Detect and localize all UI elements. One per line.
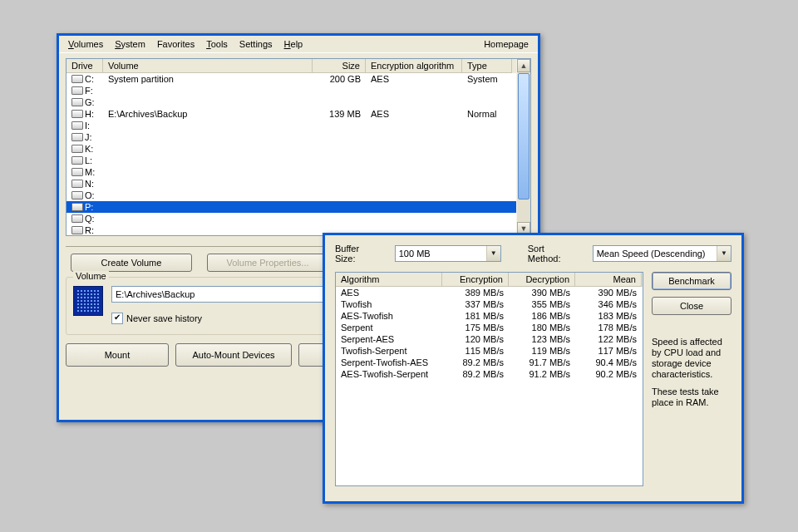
table-row[interactable]: M: (66, 166, 530, 178)
table-row[interactable]: Serpent175 MB/s180 MB/s178 MB/s (336, 322, 643, 333)
drive-icon (71, 168, 83, 176)
menu-help[interactable]: Help (278, 37, 309, 51)
volume-group-legend: Volume (73, 271, 109, 281)
table-row[interactable]: Serpent-Twofish-AES89.2 MB/s91.7 MB/s90.… (336, 357, 643, 368)
volume-path-value: E:\Archives\Backup (116, 289, 195, 299)
table-row[interactable]: AES-Twofish181 MB/s186 MB/s183 MB/s (336, 310, 643, 322)
chevron-down-icon[interactable]: ▼ (486, 246, 500, 261)
sort-method-combo[interactable]: Mean Speed (Descending) ▼ (593, 245, 732, 262)
menubar: Volumes System Favorites Tools Settings … (59, 36, 538, 53)
col-algorithm[interactable]: Algorithm (336, 273, 442, 287)
table-row[interactable]: H:E:\Archives\Backup139 MBAESNormal (66, 108, 530, 120)
buffer-size-value: 100 MB (399, 249, 431, 259)
col-mean[interactable]: Mean (575, 273, 642, 287)
col-type[interactable]: Type (462, 59, 512, 73)
table-row[interactable]: L: (66, 155, 530, 166)
sort-method-label: Sort Method: (528, 244, 579, 264)
drive-icon (71, 75, 83, 83)
benchmark-info-2: These tests take place in RAM. (652, 387, 732, 408)
col-size[interactable]: Size (313, 59, 366, 73)
scroll-up-icon[interactable]: ▲ (517, 59, 530, 72)
drive-icon (71, 121, 83, 130)
volume-properties-button[interactable]: Volume Properties... (207, 254, 328, 272)
create-volume-button[interactable]: Create Volume (71, 254, 192, 272)
benchmark-list[interactable]: Algorithm Encryption Decryption Mean AES… (335, 272, 643, 486)
drive-icon (71, 180, 83, 188)
table-row[interactable]: P: (66, 201, 530, 213)
drive-list-header: Drive Volume Size Encryption algorithm T… (66, 59, 530, 73)
table-row[interactable]: Twofish337 MB/s355 MB/s346 MB/s (336, 298, 643, 310)
col-decryption[interactable]: Decryption (509, 273, 575, 287)
never-save-history-label: Never save history (126, 313, 202, 323)
drive-list[interactable]: Drive Volume Size Encryption algorithm T… (66, 58, 531, 236)
drive-icon (71, 145, 83, 153)
menu-tools[interactable]: Tools (200, 37, 234, 51)
buffer-size-label: Buffer Size: (335, 244, 382, 264)
drive-icon (71, 191, 83, 200)
col-drive[interactable]: Drive (66, 59, 103, 73)
never-save-history-checkbox[interactable]: ✔ Never save history (111, 313, 202, 324)
col-encryption[interactable]: Encryption (442, 273, 509, 287)
benchmark-info-1: Speed is affected by CPU load and storag… (652, 337, 732, 380)
checkbox-box: ✔ (111, 313, 123, 324)
drive-icon (71, 98, 83, 106)
buffer-size-combo[interactable]: 100 MB ▼ (395, 245, 501, 262)
table-row[interactable]: AES-Twofish-Serpent89.2 MB/s91.2 MB/s90.… (336, 368, 643, 380)
menu-volumes[interactable]: Volumes (62, 37, 109, 51)
drive-icon (71, 214, 83, 223)
col-volume[interactable]: Volume (103, 59, 313, 73)
table-row[interactable]: G: (66, 96, 530, 108)
table-row[interactable]: AES389 MB/s390 MB/s390 MB/s (336, 287, 643, 298)
menu-favorites[interactable]: Favorites (151, 37, 200, 51)
mount-button[interactable]: Mount (66, 343, 169, 367)
auto-mount-button[interactable]: Auto-Mount Devices (175, 343, 292, 367)
table-row[interactable]: F: (66, 85, 530, 96)
col-encalg[interactable]: Encryption algorithm (366, 59, 462, 73)
table-row[interactable]: N: (66, 178, 530, 190)
table-row[interactable]: C:System partition200 GBAESSystem (66, 73, 530, 85)
menu-settings[interactable]: Settings (234, 37, 278, 51)
table-row[interactable]: K: (66, 143, 530, 155)
drive-icon (71, 86, 83, 95)
benchmark-dialog: Buffer Size: 100 MB ▼ Sort Method: Mean … (323, 233, 744, 504)
drive-icon (71, 203, 83, 211)
drive-icon (71, 226, 83, 234)
table-row[interactable]: I: (66, 120, 530, 131)
benchmark-button[interactable]: Benchmark (652, 272, 732, 290)
scroll-thumb[interactable] (518, 73, 530, 200)
drive-icon (71, 110, 83, 118)
table-row[interactable]: Serpent-AES120 MB/s123 MB/s122 MB/s (336, 333, 643, 345)
drive-list-scrollbar[interactable]: ▲ ▼ (516, 59, 530, 235)
menu-system[interactable]: System (109, 37, 151, 51)
volume-icon (73, 286, 103, 316)
drive-icon (71, 133, 83, 141)
sort-method-value: Mean Speed (Descending) (597, 249, 706, 259)
drive-icon (71, 156, 83, 165)
table-row[interactable]: Q: (66, 213, 530, 224)
chevron-down-icon[interactable]: ▼ (717, 246, 731, 261)
table-row[interactable]: Twofish-Serpent115 MB/s119 MB/s117 MB/s (336, 345, 643, 357)
table-row[interactable]: J: (66, 131, 530, 143)
close-button[interactable]: Close (652, 297, 732, 315)
table-row[interactable]: O: (66, 190, 530, 201)
benchmark-list-header: Algorithm Encryption Decryption Mean (336, 273, 643, 287)
menu-homepage[interactable]: Homepage (478, 37, 534, 51)
